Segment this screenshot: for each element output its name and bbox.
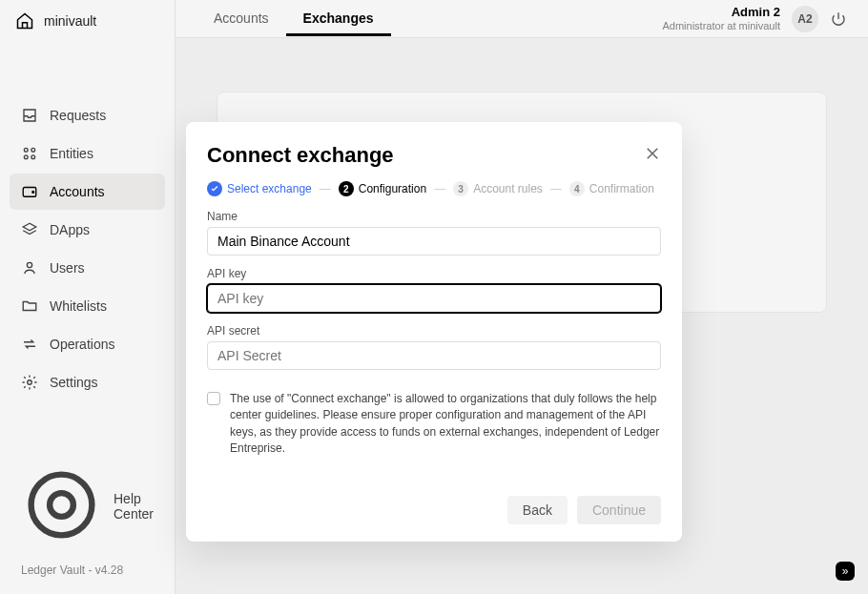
step-label: Configuration (359, 182, 426, 195)
step-bubble: 4 (569, 181, 585, 196)
step-bubble: 2 (339, 181, 354, 196)
back-button[interactable]: Back (507, 496, 568, 524)
step-confirmation: 4 Confirmation (569, 181, 654, 196)
consent-text: The use of "Connect exchange" is allowed… (230, 391, 661, 458)
step-label: Confirmation (589, 182, 654, 195)
step-sep: — (320, 182, 331, 195)
name-label: Name (207, 210, 661, 223)
api-key-label: API key (207, 267, 661, 280)
step-configuration: 2 Configuration (339, 181, 426, 196)
field-api-key: API key (207, 267, 661, 313)
modal-actions: Back Continue (207, 496, 661, 524)
modal-title: Connect exchange (207, 143, 394, 168)
modal-form: Name API key API secret The use of "Conn… (207, 210, 661, 458)
step-label: Account rules (473, 182, 543, 195)
consent-row: The use of "Connect exchange" is allowed… (207, 391, 661, 458)
step-account-rules: 3 Account rules (453, 181, 543, 196)
modal-header: Connect exchange (207, 143, 661, 168)
step-bubble: 3 (453, 181, 468, 196)
step-sep: — (550, 182, 562, 195)
stepper: Select exchange — 2 Configuration — 3 Ac… (207, 181, 661, 196)
step-sep: — (434, 182, 445, 195)
step-label: Select exchange (227, 182, 312, 195)
field-name: Name (207, 210, 661, 256)
step-select-exchange[interactable]: Select exchange (207, 181, 312, 196)
field-api-secret: API secret (207, 324, 661, 370)
api-secret-input[interactable] (207, 341, 661, 370)
connect-exchange-modal: Connect exchange Select exchange — 2 Con… (186, 122, 682, 542)
name-input[interactable] (207, 227, 661, 256)
close-icon[interactable] (644, 145, 661, 166)
modal-overlay: Connect exchange Select exchange — 2 Con… (0, 0, 868, 594)
consent-checkbox[interactable] (207, 392, 220, 405)
api-key-input[interactable] (207, 284, 661, 313)
continue-button[interactable]: Continue (577, 496, 661, 524)
api-secret-label: API secret (207, 324, 661, 338)
check-icon (207, 181, 222, 196)
